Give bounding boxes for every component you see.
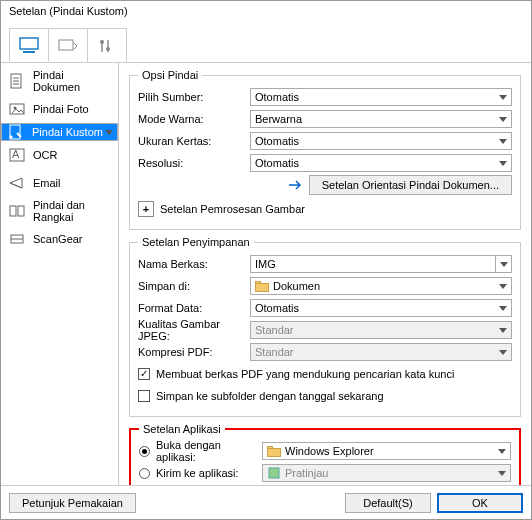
window-title: Setelan (Pindai Kustom) xyxy=(1,1,531,25)
tab-tools[interactable] xyxy=(87,28,127,62)
panel-icon xyxy=(57,37,79,55)
resolution-label: Resolusi: xyxy=(138,157,250,169)
scan-options-group: Opsi Pindai Pilih Sumber:Otomatis Mode W… xyxy=(129,69,521,230)
sidebar-item-label: Email xyxy=(33,177,61,189)
sidebar-item-label: Pindai Foto xyxy=(33,103,89,115)
svg-rect-20 xyxy=(269,468,279,478)
scangear-icon xyxy=(7,229,27,249)
paper-label: Ukuran Kertas: xyxy=(138,135,250,147)
folder-icon xyxy=(255,279,269,293)
format-label: Format Data: xyxy=(138,302,250,314)
pdf-select: Standar xyxy=(250,343,512,361)
sidebar: Pindai Dokumen Pindai Foto Pindai Kustom… xyxy=(1,63,119,485)
jpeg-label: Kualitas Gambar JPEG: xyxy=(138,318,250,342)
preview-icon xyxy=(267,466,281,480)
svg-point-5 xyxy=(100,40,104,44)
filename-label: Nama Berkas: xyxy=(138,258,250,270)
explorer-icon xyxy=(267,444,281,458)
color-label: Mode Warna: xyxy=(138,113,250,125)
computer-icon xyxy=(18,36,40,54)
open-with-select[interactable]: Windows Explorer xyxy=(262,442,511,460)
stitch-icon xyxy=(7,201,27,221)
save-settings-legend: Setelan Penyimpanan xyxy=(138,236,254,248)
svg-text:A: A xyxy=(12,148,20,160)
sidebar-item-label: Pindai dan Rangkai xyxy=(33,199,112,223)
footer: Petunjuk Pemakaian Default(S) OK xyxy=(1,485,531,519)
sidebar-item-label: Pindai Kustom xyxy=(32,126,103,138)
open-with-radio[interactable] xyxy=(139,446,150,457)
save-settings-group: Setelan Penyimpanan Nama Berkas:IMG Simp… xyxy=(129,236,521,417)
sidebar-item-label: ScanGear xyxy=(33,233,83,245)
app-settings-group: Setelan Aplikasi Buka dengan aplikasi:Wi… xyxy=(129,423,521,485)
jpeg-select: Standar xyxy=(250,321,512,339)
paper-select[interactable]: Otomatis xyxy=(250,132,512,150)
sidebar-item-ocr[interactable]: A OCR xyxy=(1,141,118,169)
sidebar-item-scan-document[interactable]: Pindai Dokumen xyxy=(1,67,118,95)
color-select[interactable]: Berwarna xyxy=(250,110,512,128)
tab-from-computer[interactable] xyxy=(9,28,49,62)
filename-dropdown-button[interactable] xyxy=(496,255,512,273)
email-icon xyxy=(7,173,27,193)
source-label: Pilih Sumber: xyxy=(138,91,250,103)
top-tabs xyxy=(1,25,531,63)
subfolder-checkbox[interactable] xyxy=(138,390,150,402)
tab-from-panel[interactable] xyxy=(48,28,88,62)
sidebar-item-custom-scan[interactable]: Pindai Kustom xyxy=(1,123,118,141)
image-processing-label: Setelan Pemrosesan Gambar xyxy=(160,203,305,215)
send-app-select: Pratinjau xyxy=(262,464,511,482)
scan-options-legend: Opsi Pindai xyxy=(138,69,202,81)
send-app-label: Kirim ke aplikasi: xyxy=(156,467,262,479)
svg-rect-17 xyxy=(18,206,24,216)
subfolder-label: Simpan ke subfolder dengan tanggal sekar… xyxy=(156,390,384,402)
document-icon xyxy=(7,71,27,91)
svg-rect-0 xyxy=(20,38,38,49)
sidebar-item-email[interactable]: Email xyxy=(1,169,118,197)
sidebar-item-stitch[interactable]: Pindai dan Rangkai xyxy=(1,197,118,225)
svg-rect-2 xyxy=(59,40,73,50)
expand-icon[interactable]: + xyxy=(138,201,154,217)
photo-icon xyxy=(7,99,27,119)
pdf-label: Kompresi PDF: xyxy=(138,346,250,358)
pdf-searchable-label: Membuat berkas PDF yang mendukung pencar… xyxy=(156,368,454,380)
defaults-button[interactable]: Default(S) xyxy=(345,493,431,513)
send-app-radio[interactable] xyxy=(139,468,150,479)
sidebar-item-label: Pindai Dokumen xyxy=(33,69,112,93)
custom-icon xyxy=(6,122,26,142)
format-select[interactable]: Otomatis xyxy=(250,299,512,317)
svg-point-6 xyxy=(106,47,110,51)
pdf-searchable-checkbox[interactable] xyxy=(138,368,150,380)
savein-select[interactable]: Dokumen xyxy=(250,277,512,295)
source-select[interactable]: Otomatis xyxy=(250,88,512,106)
resolution-select[interactable]: Otomatis xyxy=(250,154,512,172)
savein-label: Simpan di: xyxy=(138,280,250,292)
orientation-settings-button[interactable]: Setelan Orientasi Pindai Dokumen... xyxy=(309,175,512,195)
sidebar-item-scan-photo[interactable]: Pindai Foto xyxy=(1,95,118,123)
filename-input[interactable]: IMG xyxy=(250,255,496,273)
app-settings-legend: Setelan Aplikasi xyxy=(139,423,225,435)
sidebar-item-scangear[interactable]: ScanGear xyxy=(1,225,118,253)
open-with-label: Buka dengan aplikasi: xyxy=(156,439,262,463)
ok-button[interactable]: OK xyxy=(437,493,523,513)
ocr-icon: A xyxy=(7,145,27,165)
rotate-arrow-icon[interactable] xyxy=(287,175,305,195)
svg-rect-1 xyxy=(23,51,35,53)
main-panel: Opsi Pindai Pilih Sumber:Otomatis Mode W… xyxy=(119,63,531,485)
svg-rect-16 xyxy=(10,206,16,216)
tools-icon xyxy=(96,37,118,55)
instructions-button[interactable]: Petunjuk Pemakaian xyxy=(9,493,136,513)
sidebar-item-label: OCR xyxy=(33,149,57,161)
